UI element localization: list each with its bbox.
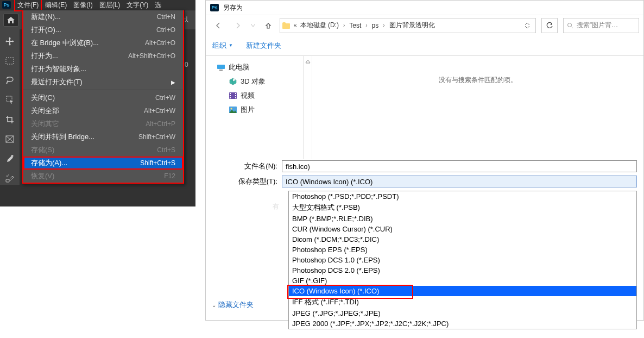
quick-select-tool-icon[interactable] xyxy=(3,93,16,107)
dialog-titlebar: Ps 另存为 xyxy=(206,1,643,15)
chevron-down-icon: ⌄ xyxy=(212,302,216,308)
file-menu-item[interactable]: 最近打开文件(T)▶ xyxy=(23,76,183,89)
search-input[interactable]: 搜索"图片背… xyxy=(563,18,639,33)
filetype-combo[interactable]: ICO (Windows Icon) (*.ICO) xyxy=(282,176,637,187)
tree-item-this-pc[interactable]: 此电脑 xyxy=(216,60,301,74)
video-icon xyxy=(229,92,237,99)
organize-button[interactable]: 组织▼ xyxy=(212,41,233,51)
svg-rect-15 xyxy=(230,97,231,98)
search-icon xyxy=(567,22,573,29)
file-menu-item: 恢复(V)F12 xyxy=(23,170,183,183)
dialog-title: 另存为 xyxy=(223,3,243,12)
nav-back-icon[interactable] xyxy=(210,18,226,33)
breadcrumb-path[interactable]: « 本地磁盘 (D:) › Test › ps › 图片背景透明化 xyxy=(280,18,536,33)
svg-point-7 xyxy=(8,174,9,176)
filetype-option[interactable]: IFF 格式 (*.IFF;*.TDI) xyxy=(289,296,636,308)
filetype-option[interactable]: Photoshop (*.PSD;*.PDD;*.PSDT) xyxy=(289,191,636,202)
filetype-option[interactable]: GIF (*.GIF) xyxy=(289,276,636,286)
tree-item-videos[interactable]: 视频 xyxy=(228,89,301,103)
file-menu-item[interactable]: 新建(N)...Ctrl+N xyxy=(23,10,183,23)
tree-item-3d-objects[interactable]: 3D 对象 xyxy=(228,74,301,89)
file-menu-item[interactable]: 关闭并转到 Bridge...Shift+Ctrl+W xyxy=(23,130,183,143)
svg-rect-10 xyxy=(217,65,225,69)
empty-results-text: 没有与搜索条件匹配的项。 xyxy=(439,76,517,85)
filetype-option[interactable]: Dicom (*.DCM;*.DC3;*.DIC) xyxy=(289,234,636,245)
menu-type[interactable]: 文字(Y) xyxy=(123,0,151,10)
nav-forward-icon[interactable] xyxy=(230,18,246,33)
menu-image[interactable]: 图像(I) xyxy=(70,0,96,10)
eyedropper-tool-icon[interactable] xyxy=(3,152,16,165)
filetype-option[interactable]: ICO (Windows Icon) (*.ICO) xyxy=(289,286,636,296)
menu-edit[interactable]: 编辑(E) xyxy=(42,0,70,10)
refresh-button[interactable] xyxy=(541,18,558,33)
menubar: Ps 文件(F) 编辑(E) 图像(I) 图层(L) 文字(Y) 选 xyxy=(0,0,195,10)
home-icon[interactable] xyxy=(3,14,18,27)
filetype-option[interactable]: JPEG (*.JPG;*.JPEG;*.JPE) xyxy=(289,308,636,318)
svg-rect-11 xyxy=(219,70,223,71)
filetype-label: 保存类型(T): xyxy=(212,177,277,186)
hide-folders-toggle[interactable]: ⌄ 隐藏文件夹 xyxy=(212,300,254,310)
new-folder-button[interactable]: 新建文件夹 xyxy=(246,41,281,51)
search-placeholder: 搜索"图片背… xyxy=(577,21,618,30)
filetype-option[interactable]: Photoshop EPS (*.EPS) xyxy=(289,245,636,255)
svg-rect-13 xyxy=(230,93,231,94)
file-menu-item[interactable]: 打开(O)...Ctrl+O xyxy=(23,23,183,36)
frame-tool-icon[interactable] xyxy=(3,133,16,146)
nav-bar: « 本地磁盘 (D:) › Test › ps › 图片背景透明化 搜索"图片背… xyxy=(206,15,643,35)
caret-down-icon: ▼ xyxy=(229,43,233,48)
cube-icon xyxy=(229,78,237,85)
healing-tool-icon[interactable] xyxy=(3,172,16,185)
ps-logo-icon: Ps xyxy=(210,4,219,11)
file-menu-item[interactable]: 关闭全部Alt+Ctrl+W xyxy=(23,104,183,117)
folder-icon xyxy=(282,22,290,29)
options-right-text: 0 xyxy=(185,61,188,68)
filetype-dropdown-list[interactable]: Photoshop (*.PSD;*.PDD;*.PSDT)大型文档格式 (*.… xyxy=(288,191,637,329)
filename-input[interactable]: fish.ico) xyxy=(282,160,637,172)
move-tool-icon[interactable] xyxy=(3,35,16,48)
filetype-option[interactable]: 大型文档格式 (*.PSB) xyxy=(289,202,636,214)
scroll-up-icon[interactable] xyxy=(304,56,312,159)
svg-line-9 xyxy=(571,27,573,28)
marquee-tool-icon[interactable] xyxy=(3,54,16,67)
menu-select-truncated[interactable]: 选 xyxy=(151,0,165,10)
breadcrumb-segment[interactable]: ps xyxy=(372,22,379,29)
filetype-option[interactable]: CUR (Windows Cursor) (*.CUR) xyxy=(289,224,636,234)
nav-up-icon[interactable] xyxy=(260,18,276,33)
dialog-body: 此电脑 3D 对象 视频 图片 没有与搜索条件匹配的项。 xyxy=(206,56,643,159)
partial-text: 有 xyxy=(273,202,279,211)
breadcrumb-segment[interactable]: Test xyxy=(349,22,361,29)
svg-rect-0 xyxy=(6,58,14,64)
svg-rect-16 xyxy=(235,93,236,94)
nav-recent-dropdown-icon[interactable] xyxy=(249,18,257,33)
svg-rect-17 xyxy=(235,95,236,96)
file-menu-item[interactable]: 关闭(C)Ctrl+W xyxy=(23,91,183,104)
submenu-arrow-icon: ▶ xyxy=(171,79,175,85)
breadcrumb-segment[interactable]: 图片背景透明化 xyxy=(389,21,435,30)
menu-layer[interactable]: 图层(L) xyxy=(96,0,124,10)
filetype-option[interactable]: Photoshop DCS 2.0 (*.EPS) xyxy=(289,265,636,276)
file-menu-item[interactable]: 在 Bridge 中浏览(B)...Alt+Ctrl+O xyxy=(23,36,183,49)
save-as-dialog: Ps 另存为 « 本地磁盘 (D:) › Test › ps › 图片背景透明化 xyxy=(205,0,644,321)
file-menu-item[interactable]: 打开为智能对象... xyxy=(23,62,183,76)
file-menu-item-save-as[interactable]: 存储为(A)...Shift+Ctrl+S xyxy=(23,157,183,170)
results-pane: 没有与搜索条件匹配的项。 xyxy=(312,56,643,159)
dialog-toolbar: 组织▼ 新建文件夹 xyxy=(206,35,643,56)
filetype-option[interactable]: JPEG 2000 (*.JPF;*.JPX;*.JP2;*.J2C;*.J2K… xyxy=(289,318,636,329)
file-menu-item[interactable]: 打开为...Alt+Shift+Ctrl+O xyxy=(23,49,183,62)
crop-tool-icon[interactable] xyxy=(3,113,16,126)
filetype-option[interactable]: Photoshop DCS 1.0 (*.EPS) xyxy=(289,255,636,265)
chevron-right-icon: › xyxy=(343,22,345,28)
breadcrumb-dropdown-icon[interactable] xyxy=(521,23,533,28)
toolbar xyxy=(0,29,20,185)
chevron-right-icon: › xyxy=(383,22,384,28)
file-menu-dropdown: 新建(N)...Ctrl+N打开(O)...Ctrl+O在 Bridge 中浏览… xyxy=(22,10,185,184)
svg-point-8 xyxy=(568,23,572,27)
file-menu-item: 存储(S)Ctrl+S xyxy=(23,143,183,157)
tree-item-pictures[interactable]: 图片 xyxy=(228,103,301,117)
lasso-tool-icon[interactable] xyxy=(3,74,16,87)
filetype-option[interactable]: BMP (*.BMP;*.RLE;*.DIB) xyxy=(289,214,636,224)
file-menu-item: 关闭其它Alt+Ctrl+P xyxy=(23,117,183,130)
folder-tree[interactable]: 此电脑 3D 对象 视频 图片 xyxy=(206,56,304,159)
breadcrumb-segment[interactable]: 本地磁盘 (D:) xyxy=(300,21,339,30)
filename-label: 文件名(N): xyxy=(212,161,277,171)
